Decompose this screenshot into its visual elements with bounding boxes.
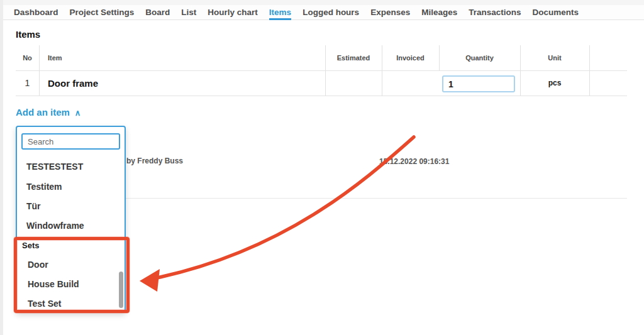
add-item-dropdown: TESTESTEST Testitem Tür Windowframe Sets…	[16, 126, 126, 312]
table-row-border	[16, 96, 627, 96]
dropdown-option-windowframe[interactable]: Windowframe	[26, 221, 84, 231]
tab-items[interactable]: Items	[269, 5, 291, 19]
dropdown-set-test-set[interactable]: Test Set	[28, 299, 61, 309]
window-top-edge	[0, 0, 644, 5]
dropdown-option-tuer[interactable]: Tür	[26, 201, 41, 211]
dropdown-set-door[interactable]: Door	[28, 260, 48, 270]
row-unit: pcs	[520, 70, 589, 96]
log-author-text: by Freddy Buss	[126, 157, 183, 165]
project-tab-bar: Dashboard Project Settings Board List Ho…	[3, 5, 644, 20]
items-page: Dashboard Project Settings Board List Ho…	[0, 0, 644, 335]
dropdown-scrollbar-thumb[interactable]	[119, 272, 123, 308]
quantity-input[interactable]	[442, 75, 515, 92]
row-item-name[interactable]: Door frame	[48, 70, 318, 96]
page-title: Items	[16, 29, 40, 40]
tab-mileages[interactable]: Mileages	[421, 5, 457, 19]
column-header-quantity: Quantity	[439, 45, 520, 70]
column-header-no: No	[16, 45, 39, 70]
column-header-unit: Unit	[520, 45, 589, 70]
tab-hourly-chart[interactable]: Hourly chart	[208, 5, 258, 19]
tab-dashboard[interactable]: Dashboard	[14, 5, 58, 19]
chevron-up-icon: ∧	[75, 108, 81, 118]
add-an-item-label: Add an item	[16, 107, 70, 118]
dropdown-sets-header: Sets	[22, 241, 39, 250]
dropdown-option-testitem[interactable]: Testitem	[26, 182, 62, 192]
column-header-estimated: Estimated	[325, 45, 382, 70]
log-timestamp: 15.12.2022 09:16:31	[379, 157, 449, 166]
tab-list[interactable]: List	[181, 5, 196, 19]
column-header-item: Item	[48, 45, 318, 70]
search-input[interactable]	[21, 133, 120, 150]
tab-transactions[interactable]: Transactions	[469, 5, 521, 19]
tab-project-settings[interactable]: Project Settings	[70, 5, 135, 19]
tab-documents[interactable]: Documents	[533, 5, 579, 19]
window-left-edge	[0, 0, 3, 335]
tab-expenses[interactable]: Expenses	[370, 5, 410, 19]
dropdown-set-house-build[interactable]: House Build	[28, 279, 79, 289]
tab-logged-hours[interactable]: Logged hours	[303, 5, 359, 19]
dropdown-option-testestest[interactable]: TESTESTEST	[26, 162, 83, 172]
column-header-invoiced: Invoiced	[382, 45, 439, 70]
add-an-item-button[interactable]: Add an item ∧	[16, 107, 80, 118]
tab-board[interactable]: Board	[145, 5, 170, 19]
row-number: 1	[16, 70, 39, 96]
